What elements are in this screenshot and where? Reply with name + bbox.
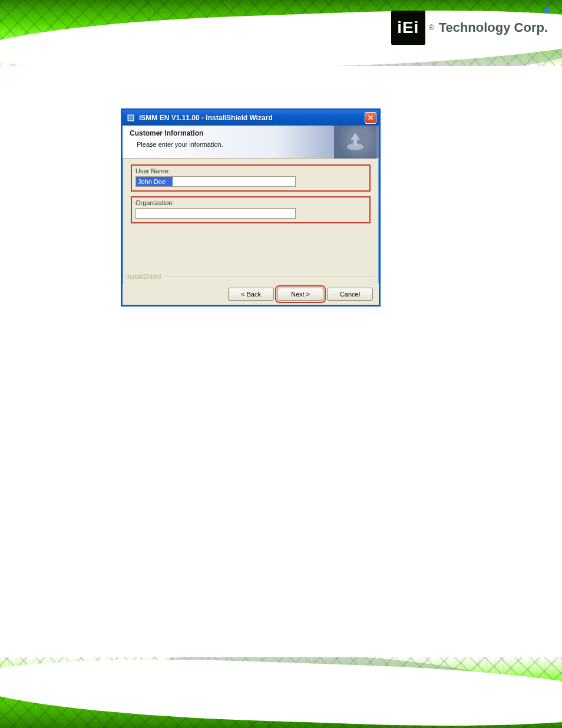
organization-label: Organization: <box>135 199 366 206</box>
header-panel: Customer Information Please enter your i… <box>123 126 379 159</box>
registered-mark: ® <box>429 24 434 32</box>
organization-group: Organization: <box>131 196 371 223</box>
organization-input[interactable] <box>135 208 296 219</box>
header-graphic <box>334 126 376 159</box>
cancel-button[interactable]: Cancel <box>327 288 373 301</box>
back-button[interactable]: < Back <box>228 288 274 301</box>
divider-line <box>164 276 374 276</box>
brand-logo-text: iEi <box>397 18 419 37</box>
next-button[interactable]: Next > <box>277 288 323 301</box>
installer-icon <box>126 113 135 123</box>
close-icon: ✕ <box>368 114 373 121</box>
brand-logo-area: iEi ® Technology Corp. <box>391 11 548 45</box>
installer-window: iSMM EN V1.11.00 - InstallShield Wizard … <box>121 108 381 307</box>
username-label: User Name: <box>135 167 366 174</box>
brand-name: Technology Corp. <box>439 20 548 35</box>
body-panel: User Name: Organization: InstallShield <box>123 159 379 284</box>
titlebar[interactable]: iSMM EN V1.11.00 - InstallShield Wizard … <box>123 110 379 126</box>
bottom-banner <box>0 657 562 728</box>
top-banner: iEi ® Technology Corp. <box>0 0 562 66</box>
username-input[interactable] <box>135 176 296 187</box>
brand-logo-dot <box>544 7 550 13</box>
username-group: User Name: <box>131 164 371 192</box>
brand-logo-icon: iEi <box>391 11 425 45</box>
footer-panel: < Back Next > Cancel <box>123 284 379 305</box>
close-button[interactable]: ✕ <box>365 112 376 124</box>
disc-arrow-icon <box>342 129 368 155</box>
window-title: iSMM EN V1.11.00 - InstallShield Wizard <box>139 114 365 122</box>
installshield-watermark: InstallShield <box>126 273 161 280</box>
